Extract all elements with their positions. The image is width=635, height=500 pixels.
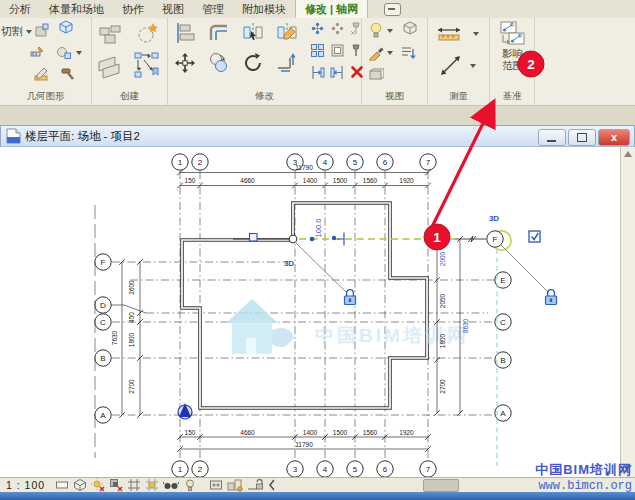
view-window-titlebar[interactable]: 楼层平面: 场地 - 项目2 x (0, 125, 635, 147)
dim-text: 7630 (111, 330, 118, 345)
restore-button[interactable] (568, 129, 596, 146)
group-icon[interactable] (330, 43, 345, 58)
measure-between-icon[interactable] (436, 26, 462, 44)
sun-path-icon[interactable] (91, 478, 105, 492)
lock-icon[interactable] (347, 290, 354, 296)
status-bar-edge (0, 492, 635, 500)
create-group-icon[interactable] (136, 22, 160, 46)
move-icon[interactable] (174, 52, 196, 74)
measure-along-icon[interactable] (440, 56, 462, 76)
tab-modify-grid-contextual[interactable]: 修改 | 轴网 (295, 0, 368, 19)
tab-analyze[interactable]: 分析 (0, 0, 40, 19)
horizontal-scrollbar-thumb[interactable] (423, 479, 459, 492)
array-icon[interactable] (310, 43, 325, 58)
ruler-pencil-icon[interactable] (34, 66, 50, 82)
grid-bubble-label: B (500, 356, 505, 365)
view-window-title: 楼层平面: 场地 - 项目2 (25, 129, 140, 144)
tab-manage[interactable]: 管理 (193, 0, 233, 19)
crop-view-icon[interactable] (127, 478, 141, 492)
close-button[interactable]: x (598, 129, 630, 146)
temporary-hide-isolate-icon[interactable] (163, 478, 179, 492)
reveal-constraints-icon[interactable] (247, 478, 263, 492)
dim-text: 1560 (363, 177, 378, 184)
expand-control-bar-icon[interactable] (267, 478, 277, 492)
panel-view: 视图 (362, 18, 428, 105)
select-items-icon[interactable] (134, 52, 160, 80)
mirror-draw-axis-icon[interactable] (276, 22, 298, 44)
vertical-scrollbar[interactable] (620, 147, 635, 477)
sphere-box-icon[interactable] (56, 45, 72, 61)
grid-bubble-label: E (500, 276, 505, 285)
solid-cube-icon[interactable] (58, 20, 74, 36)
minimize-button[interactable] (538, 129, 566, 146)
dim-text: 4660 (240, 429, 255, 436)
tab-collaborate[interactable]: 协作 (113, 0, 153, 19)
chevron-down-icon[interactable] (473, 32, 479, 36)
create-similar-icon[interactable] (98, 24, 124, 48)
chevron-down-icon[interactable] (387, 51, 393, 55)
grid-2d-extents-toggle[interactable] (250, 234, 258, 242)
chevron-down-icon[interactable] (76, 51, 82, 55)
override-lines-icon[interactable] (400, 45, 418, 61)
hammer-icon[interactable] (60, 66, 76, 82)
grid-bubble-label: F (101, 258, 106, 267)
align-icon[interactable] (174, 22, 196, 44)
grid-bubble-label: 6 (383, 158, 388, 167)
align-dim-left-icon[interactable] (310, 65, 325, 80)
ribbon-collapse-icon[interactable] (384, 3, 401, 16)
grid-bubble-label: 2 (198, 158, 203, 167)
grid-bubble-label: 4 (323, 158, 328, 167)
panel-create: 创建 (92, 18, 168, 105)
grid-bubble-label: 5 (353, 158, 358, 167)
show-crop-icon[interactable] (145, 478, 159, 492)
tab-massing-site[interactable]: 体量和场地 (40, 0, 113, 19)
tab-view[interactable]: 视图 (153, 0, 193, 19)
worksharing-display-icon[interactable] (227, 478, 243, 492)
analytical-model-icon[interactable] (209, 478, 223, 492)
rotate-icon[interactable] (242, 52, 264, 74)
lightbulb-icon[interactable] (368, 22, 384, 39)
copy-icon[interactable] (208, 52, 230, 74)
grid-bubble-label: A (500, 409, 506, 418)
ribbon-tab-bar: 分析 体量和场地 协作 视图 管理 附加模块 修改 | 轴网 (0, 0, 635, 18)
3d-extents-checkbox[interactable] (529, 231, 540, 242)
unpin-icon[interactable] (350, 21, 362, 36)
floor-plan-canvas[interactable]: 11223344556677FDCBAECBA中国BIM培训网117901504… (0, 147, 620, 477)
tab-addins[interactable]: 附加模块 (233, 0, 295, 19)
scroll-up-icon[interactable] (624, 151, 632, 157)
grid-drag-handle[interactable] (289, 235, 297, 243)
join-elements-icon[interactable] (310, 21, 325, 36)
grid-bubble-label: 4 (323, 465, 328, 474)
cube-view-icon[interactable] (402, 21, 418, 37)
chevron-down-icon[interactable] (470, 64, 476, 68)
dim-text: 2600 (128, 280, 135, 295)
offset-icon[interactable] (208, 22, 230, 44)
view-scale[interactable]: 1 : 100 (6, 479, 45, 491)
grid-bubble-label: 1 (178, 158, 183, 167)
measure-adjust-icon[interactable] (30, 45, 46, 61)
cut-button-label: 切割 (1, 24, 23, 39)
shadows-icon[interactable] (109, 478, 123, 492)
panel-label-measure: 测量 (428, 90, 489, 103)
pin-icon[interactable] (350, 43, 362, 58)
dim-text: 150 (185, 177, 196, 184)
visual-style-icon[interactable] (73, 478, 87, 492)
join-geometry-icon[interactable] (34, 22, 50, 38)
scope-box-button[interactable]: 影响 范围 (490, 21, 535, 71)
dim-text: 11790 (295, 164, 313, 171)
reveal-hidden-icon[interactable] (183, 478, 197, 492)
paintbrush-icon[interactable] (368, 45, 384, 61)
dim-text: 1800 (128, 332, 135, 347)
displace-box-icon[interactable] (368, 68, 384, 82)
align-dim-right-icon[interactable] (330, 65, 345, 80)
cut-button[interactable]: 切割 (1, 24, 32, 39)
panel-modify: 修改 (168, 18, 362, 105)
chevron-down-icon[interactable] (387, 29, 393, 33)
rvt-file-icon (6, 128, 21, 144)
unjoin-elements-icon[interactable] (330, 21, 345, 36)
trim-extend-icon[interactable] (276, 52, 298, 74)
mirror-pick-axis-icon[interactable] (242, 22, 264, 44)
wall-panels-icon[interactable] (96, 54, 124, 80)
detail-level-icon[interactable] (55, 478, 69, 492)
grid-bubble-label: 7 (426, 158, 431, 167)
